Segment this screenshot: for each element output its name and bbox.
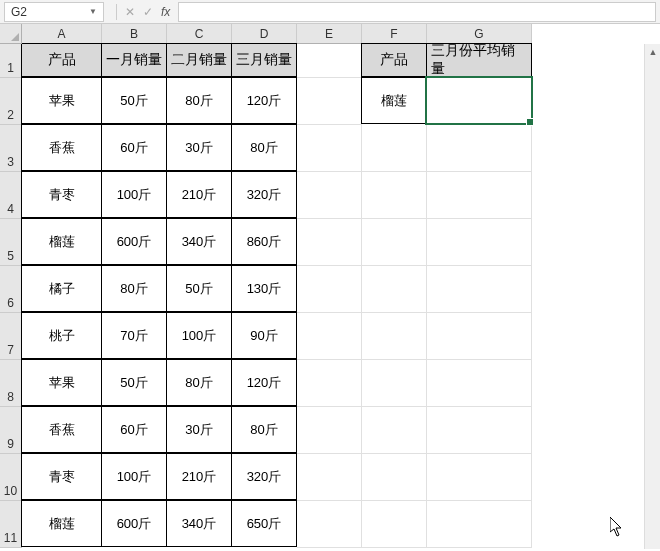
cell-A9[interactable]: 香蕉 bbox=[21, 406, 102, 453]
cell-F8[interactable] bbox=[362, 360, 427, 407]
cell-F11[interactable] bbox=[362, 501, 427, 548]
cell-D1[interactable]: 三月销量 bbox=[231, 43, 297, 77]
vertical-scrollbar[interactable]: ▲ bbox=[644, 44, 660, 549]
cancel-icon[interactable]: ✕ bbox=[125, 5, 135, 19]
col-header-B[interactable]: B bbox=[102, 24, 167, 44]
cell-G10[interactable] bbox=[427, 454, 532, 501]
cell-D11[interactable]: 650斤 bbox=[231, 500, 297, 547]
cell-C9[interactable]: 30斤 bbox=[166, 406, 232, 453]
cell-A4[interactable]: 青枣 bbox=[21, 171, 102, 218]
cell-F3[interactable] bbox=[362, 125, 427, 172]
row-header-10[interactable]: 10 bbox=[0, 454, 22, 501]
cell-C10[interactable]: 210斤 bbox=[166, 453, 232, 500]
cell-E6[interactable] bbox=[297, 266, 362, 313]
cell-E10[interactable] bbox=[297, 454, 362, 501]
row-header-9[interactable]: 9 bbox=[0, 407, 22, 454]
cell-D7[interactable]: 90斤 bbox=[231, 312, 297, 359]
cell-C3[interactable]: 30斤 bbox=[166, 124, 232, 171]
row-header-3[interactable]: 3 bbox=[0, 125, 22, 172]
cell-E3[interactable] bbox=[297, 125, 362, 172]
cell-C1[interactable]: 二月销量 bbox=[166, 43, 232, 77]
cell-G2[interactable] bbox=[426, 77, 532, 124]
cell-D2[interactable]: 120斤 bbox=[231, 77, 297, 124]
enter-icon[interactable]: ✓ bbox=[143, 5, 153, 19]
cell-G11[interactable] bbox=[427, 501, 532, 548]
col-header-C[interactable]: C bbox=[167, 24, 232, 44]
cell-G9[interactable] bbox=[427, 407, 532, 454]
cell-G4[interactable] bbox=[427, 172, 532, 219]
cell-A5[interactable]: 榴莲 bbox=[21, 218, 102, 265]
cell-B11[interactable]: 600斤 bbox=[101, 500, 167, 547]
cell-A1[interactable]: 产品 bbox=[21, 43, 102, 77]
row-header-4[interactable]: 4 bbox=[0, 172, 22, 219]
scroll-up-icon[interactable]: ▲ bbox=[645, 44, 660, 60]
cell-D4[interactable]: 320斤 bbox=[231, 171, 297, 218]
cell-E1[interactable] bbox=[297, 44, 362, 78]
cell-B9[interactable]: 60斤 bbox=[101, 406, 167, 453]
row-header-11[interactable]: 11 bbox=[0, 501, 22, 548]
cell-A6[interactable]: 橘子 bbox=[21, 265, 102, 312]
col-header-A[interactable]: A bbox=[22, 24, 102, 44]
cell-E7[interactable] bbox=[297, 313, 362, 360]
row-header-8[interactable]: 8 bbox=[0, 360, 22, 407]
cell-A3[interactable]: 香蕉 bbox=[21, 124, 102, 171]
col-header-E[interactable]: E bbox=[297, 24, 362, 44]
cell-C2[interactable]: 80斤 bbox=[166, 77, 232, 124]
cell-E8[interactable] bbox=[297, 360, 362, 407]
cell-B1[interactable]: 一月销量 bbox=[101, 43, 167, 77]
cell-B6[interactable]: 80斤 bbox=[101, 265, 167, 312]
col-header-G[interactable]: G bbox=[427, 24, 532, 44]
row-header-7[interactable]: 7 bbox=[0, 313, 22, 360]
cell-G5[interactable] bbox=[427, 219, 532, 266]
formula-input[interactable] bbox=[178, 2, 656, 22]
cell-G6[interactable] bbox=[427, 266, 532, 313]
row-header-2[interactable]: 2 bbox=[0, 78, 22, 125]
cell-D3[interactable]: 80斤 bbox=[231, 124, 297, 171]
cell-A7[interactable]: 桃子 bbox=[21, 312, 102, 359]
cell-G3[interactable] bbox=[427, 125, 532, 172]
row-header-5[interactable]: 5 bbox=[0, 219, 22, 266]
cell-F7[interactable] bbox=[362, 313, 427, 360]
cell-B7[interactable]: 70斤 bbox=[101, 312, 167, 359]
chevron-down-icon[interactable]: ▼ bbox=[89, 7, 97, 16]
cell-B10[interactable]: 100斤 bbox=[101, 453, 167, 500]
cell-A2[interactable]: 苹果 bbox=[21, 77, 102, 124]
cell-C5[interactable]: 340斤 bbox=[166, 218, 232, 265]
cell-E4[interactable] bbox=[297, 172, 362, 219]
cell-A11[interactable]: 榴莲 bbox=[21, 500, 102, 547]
cell-B4[interactable]: 100斤 bbox=[101, 171, 167, 218]
cell-E2[interactable] bbox=[297, 78, 362, 125]
cell-G1[interactable]: 三月份平均销量 bbox=[426, 43, 532, 77]
cell-C8[interactable]: 80斤 bbox=[166, 359, 232, 406]
cell-C6[interactable]: 50斤 bbox=[166, 265, 232, 312]
col-header-F[interactable]: F bbox=[362, 24, 427, 44]
col-header-D[interactable]: D bbox=[232, 24, 297, 44]
cell-D10[interactable]: 320斤 bbox=[231, 453, 297, 500]
cell-D5[interactable]: 860斤 bbox=[231, 218, 297, 265]
cell-F2[interactable]: 榴莲 bbox=[361, 77, 427, 124]
cell-F10[interactable] bbox=[362, 454, 427, 501]
cell-C11[interactable]: 340斤 bbox=[166, 500, 232, 547]
cell-B3[interactable]: 60斤 bbox=[101, 124, 167, 171]
cell-F1[interactable]: 产品 bbox=[361, 43, 427, 77]
cell-D8[interactable]: 120斤 bbox=[231, 359, 297, 406]
cell-F6[interactable] bbox=[362, 266, 427, 313]
cell-B8[interactable]: 50斤 bbox=[101, 359, 167, 406]
cell-E5[interactable] bbox=[297, 219, 362, 266]
name-box[interactable]: G2 ▼ bbox=[4, 2, 104, 22]
row-header-6[interactable]: 6 bbox=[0, 266, 22, 313]
cell-G8[interactable] bbox=[427, 360, 532, 407]
cell-G7[interactable] bbox=[427, 313, 532, 360]
cell-C7[interactable]: 100斤 bbox=[166, 312, 232, 359]
cell-F5[interactable] bbox=[362, 219, 427, 266]
fx-icon[interactable]: fx bbox=[161, 5, 170, 19]
cell-F9[interactable] bbox=[362, 407, 427, 454]
cell-F4[interactable] bbox=[362, 172, 427, 219]
row-header-1[interactable]: 1 bbox=[0, 44, 22, 78]
cell-A8[interactable]: 苹果 bbox=[21, 359, 102, 406]
cell-B5[interactable]: 600斤 bbox=[101, 218, 167, 265]
cell-B2[interactable]: 50斤 bbox=[101, 77, 167, 124]
cell-E11[interactable] bbox=[297, 501, 362, 548]
cell-D9[interactable]: 80斤 bbox=[231, 406, 297, 453]
select-all-corner[interactable] bbox=[0, 24, 22, 44]
